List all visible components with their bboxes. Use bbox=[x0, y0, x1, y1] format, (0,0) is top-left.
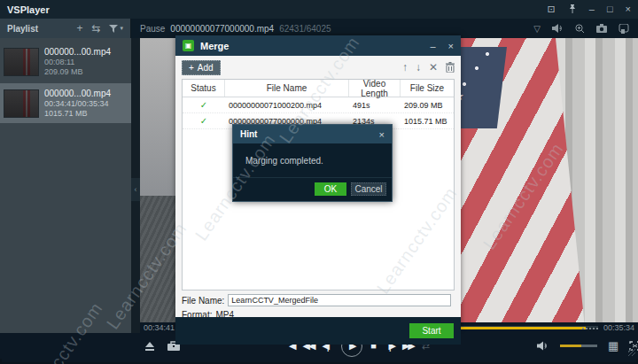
merge-dialog-footer: Start bbox=[175, 317, 461, 345]
panel-toggle-icon[interactable]: ⊡ bbox=[548, 4, 556, 14]
status-check-icon: ✓ bbox=[183, 116, 225, 126]
always-on-top-pin-icon[interactable] bbox=[568, 4, 577, 14]
cancel-button[interactable]: Cancel bbox=[351, 182, 386, 196]
item-duration: 00:08:11 bbox=[44, 58, 111, 66]
item-name: 000000...00.mp4 bbox=[44, 89, 111, 98]
start-merge-button[interactable]: Start bbox=[409, 323, 454, 338]
item-name: 000000...00.mp4 bbox=[44, 47, 111, 57]
col-video-length: Video Length bbox=[349, 80, 401, 97]
cell-file-size: 1015.71 MB bbox=[401, 117, 454, 126]
add-to-playlist-icon[interactable]: + bbox=[76, 22, 82, 35]
col-file-size: File Size bbox=[401, 80, 454, 97]
clip-icon[interactable] bbox=[619, 24, 629, 34]
merge-minimize-button[interactable]: – bbox=[430, 41, 435, 51]
title-bar: VSPlayer ⊡ – □ × bbox=[0, 0, 638, 19]
volume-slider[interactable] bbox=[560, 345, 597, 347]
digital-zoom-icon[interactable] bbox=[575, 24, 585, 34]
merge-close-button[interactable]: × bbox=[448, 41, 454, 51]
current-time: 00:34:41 bbox=[144, 323, 175, 332]
playlist-title: Playlist bbox=[7, 24, 38, 34]
playback-status: Pause bbox=[140, 24, 165, 34]
collapse-playlist-handle[interactable]: ‹ bbox=[131, 178, 140, 201]
filter-icon[interactable]: ▾ bbox=[109, 25, 123, 33]
video-thumbnail bbox=[4, 48, 39, 76]
seek-bar-remaining bbox=[582, 328, 598, 329]
close-button[interactable]: × bbox=[626, 4, 631, 14]
multi-window-grid-icon[interactable]: ▦ bbox=[608, 339, 619, 352]
move-down-icon[interactable]: ↓ bbox=[416, 62, 421, 73]
current-file-name: 00000000077000000.mp4 bbox=[170, 24, 274, 34]
merge-toolbar: + Add ↑ ↓ ✕ bbox=[175, 56, 461, 79]
status-check-icon: ✓ bbox=[183, 100, 225, 110]
merge-dialog-title: Merge bbox=[200, 41, 229, 51]
hint-titlebar[interactable]: Hint × bbox=[233, 125, 392, 143]
audio-announce-icon[interactable] bbox=[552, 24, 564, 33]
move-up-icon[interactable]: ↑ bbox=[402, 62, 408, 73]
resize-grip[interactable] bbox=[628, 349, 635, 356]
ok-button[interactable]: OK bbox=[315, 182, 346, 196]
video-frame-flag-scene: ★ bbox=[452, 38, 638, 328]
file-name-input[interactable] bbox=[228, 294, 451, 306]
hint-message: Marging completed. bbox=[233, 143, 392, 166]
cell-file-name: 00000000071000200.mp4 bbox=[225, 101, 349, 110]
playlist-panel: 000000...00.mp4 00:08:11 209.09 MB 00000… bbox=[0, 38, 131, 359]
hint-title: Hint bbox=[240, 129, 257, 139]
total-time: 00:35:34 bbox=[603, 323, 634, 332]
hint-dialog: Hint × Marging completed. OK Cancel bbox=[232, 124, 393, 202]
eject-icon[interactable] bbox=[144, 342, 155, 351]
trash-icon[interactable] bbox=[446, 62, 455, 73]
item-size: 209.09 MB bbox=[44, 67, 111, 76]
table-header: Status File Name Video Length File Size bbox=[183, 80, 454, 97]
cell-file-size: 209.09 MB bbox=[401, 101, 454, 110]
merge-dialog-titlebar[interactable]: ▣ Merge – × bbox=[175, 35, 461, 56]
app-title: VSPlayer bbox=[7, 4, 50, 15]
minimize-button[interactable]: – bbox=[589, 4, 595, 14]
american-flag: ★ bbox=[452, 38, 585, 328]
vsplayer-window: VSPlayer ⊡ – □ × Playlist + ⇆ ▾ Pause bbox=[0, 0, 638, 364]
snapshot-camera-icon[interactable] bbox=[596, 24, 607, 33]
playlist-header: Playlist + ⇆ ▾ bbox=[0, 19, 131, 38]
playlist-collapse-strip: ‹ bbox=[131, 38, 140, 359]
table-row[interactable]: ✓ 00000000071000200.mp4 491s 209.09 MB bbox=[183, 97, 454, 113]
video-thumbnail bbox=[4, 89, 39, 118]
item-duration: 00:34:41/00:35:34 bbox=[44, 99, 111, 108]
item-size: 1015.71 MB bbox=[44, 109, 111, 118]
maximize-button[interactable]: □ bbox=[607, 4, 613, 14]
playlist-item-1[interactable]: 000000...00.mp4 00:08:11 209.09 MB bbox=[0, 42, 131, 81]
frame-counter: 62431/64025 bbox=[279, 24, 331, 34]
cell-video-length: 491s bbox=[349, 101, 401, 110]
volume-icon[interactable] bbox=[537, 341, 549, 351]
hint-close-button[interactable]: × bbox=[379, 129, 385, 140]
add-file-button[interactable]: + Add bbox=[182, 60, 221, 75]
file-name-label: File Name: bbox=[182, 296, 224, 306]
col-status: Status bbox=[183, 80, 225, 97]
col-file-name: File Name bbox=[225, 80, 349, 97]
fisheye-icon[interactable]: ▽ bbox=[533, 24, 541, 34]
playlist-item-2-selected[interactable]: 000000...00.mp4 00:34:41/00:35:34 1015.7… bbox=[0, 83, 131, 123]
sort-playlist-icon[interactable]: ⇆ bbox=[91, 22, 100, 35]
remove-file-icon[interactable]: ✕ bbox=[429, 62, 438, 73]
merge-dialog-icon: ▣ bbox=[183, 40, 194, 51]
plus-icon: + bbox=[189, 63, 194, 73]
